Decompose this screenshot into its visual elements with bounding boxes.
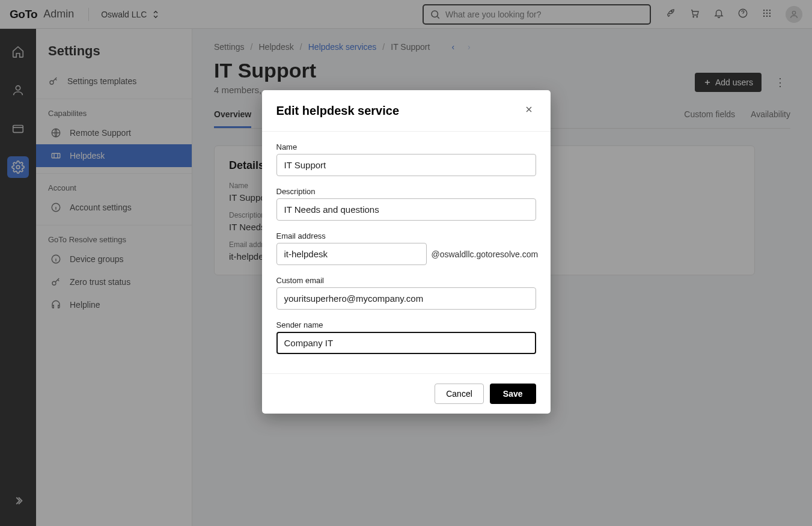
save-button[interactable]: Save xyxy=(490,384,536,404)
sender-input[interactable] xyxy=(276,332,536,354)
email-input[interactable] xyxy=(276,243,427,265)
cancel-button[interactable]: Cancel xyxy=(435,384,484,404)
custom-email-input[interactable] xyxy=(276,287,536,310)
custom-email-label: Custom email xyxy=(276,276,536,285)
desc-input[interactable] xyxy=(276,198,536,221)
name-label: Name xyxy=(276,142,536,151)
name-input[interactable] xyxy=(276,154,536,176)
sender-label: Sender name xyxy=(276,320,536,329)
email-label: Email address xyxy=(276,231,536,240)
close-button[interactable] xyxy=(522,102,536,119)
email-domain: @oswaldllc.gotoresolve.com xyxy=(432,249,539,259)
modal-overlay: Edit helpdesk service Name Description E… xyxy=(0,0,812,526)
close-icon xyxy=(524,105,534,114)
desc-label: Description xyxy=(276,187,536,196)
modal-title: Edit helpdesk service xyxy=(276,104,400,118)
edit-helpdesk-modal: Edit helpdesk service Name Description E… xyxy=(262,90,551,414)
